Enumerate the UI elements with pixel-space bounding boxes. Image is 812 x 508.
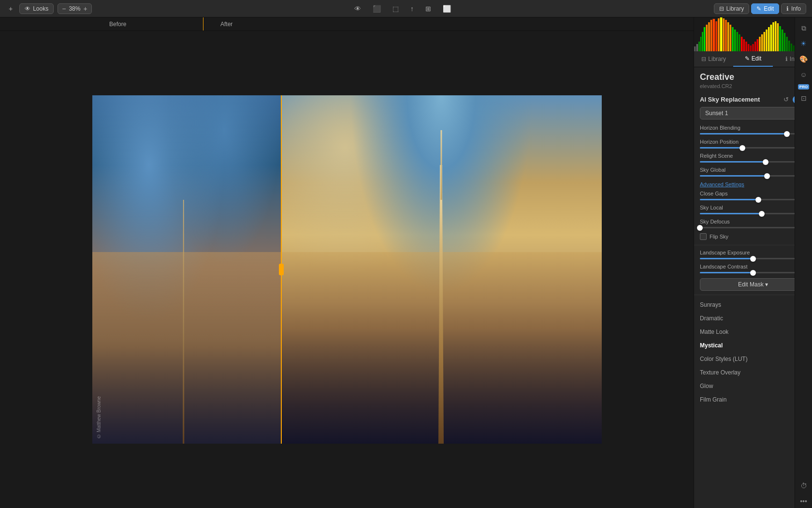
palette-strip-btn[interactable]: 🎨 bbox=[797, 52, 811, 66]
crop-button[interactable]: ⬚ bbox=[390, 3, 402, 15]
split-divider-bar bbox=[203, 17, 203, 30]
slider-thumb[interactable] bbox=[759, 211, 765, 217]
preview-button[interactable]: 👁 bbox=[351, 3, 364, 15]
after-image-content bbox=[281, 95, 602, 444]
looks-button[interactable]: 👁 Looks bbox=[19, 3, 54, 14]
svg-rect-16 bbox=[730, 25, 732, 51]
slider-thumb[interactable] bbox=[740, 145, 745, 151]
zoom-in-button[interactable]: + bbox=[82, 5, 88, 13]
svg-rect-7 bbox=[708, 22, 710, 51]
tab-info[interactable]: ℹ Info bbox=[781, 3, 806, 14]
svg-rect-35 bbox=[772, 22, 774, 51]
svg-rect-17 bbox=[732, 27, 734, 51]
svg-rect-9 bbox=[713, 19, 715, 51]
slider-fill bbox=[700, 258, 753, 259]
shortcut-button[interactable]: ⊞ bbox=[422, 3, 434, 15]
top-bar-left: + 👁 Looks − 38% + bbox=[6, 3, 92, 15]
svg-rect-38 bbox=[779, 26, 781, 51]
looks-icon: 👁 bbox=[25, 5, 30, 12]
split-handle[interactable] bbox=[279, 264, 284, 275]
svg-rect-31 bbox=[764, 32, 766, 51]
svg-rect-28 bbox=[757, 39, 759, 51]
export-button[interactable]: ↑ bbox=[407, 3, 417, 15]
svg-rect-24 bbox=[748, 44, 750, 51]
slider-thumb[interactable] bbox=[755, 197, 761, 203]
svg-rect-1 bbox=[696, 44, 698, 51]
copyright-text: © Matthew Browne bbox=[96, 396, 102, 439]
svg-rect-3 bbox=[700, 37, 701, 51]
creative-title: Creative bbox=[700, 72, 806, 82]
main-area: Before After © Matthew Browne bbox=[0, 17, 812, 508]
add-button[interactable]: + bbox=[6, 3, 15, 15]
canvas-area: Before After © Matthew Browne bbox=[0, 17, 694, 508]
face-strip-btn[interactable]: ☺ bbox=[797, 68, 811, 81]
slider-thumb[interactable] bbox=[750, 270, 756, 276]
slider-fill bbox=[700, 133, 787, 134]
pro-badge: PRO bbox=[798, 84, 809, 90]
svg-rect-25 bbox=[750, 45, 752, 51]
top-bar-center: 👁 ⬛ ⬚ ↑ ⊞ ⬜ bbox=[351, 3, 454, 15]
info-icon: ℹ bbox=[786, 5, 789, 12]
svg-rect-29 bbox=[759, 37, 761, 51]
flip-sky-checkbox[interactable] bbox=[700, 233, 707, 240]
edit-mask-button[interactable]: Edit Mask ▾ bbox=[700, 278, 806, 291]
library-tab-icon: ⊟ bbox=[701, 56, 706, 62]
svg-rect-8 bbox=[710, 20, 712, 51]
reset-button[interactable]: ↺ bbox=[783, 95, 790, 104]
slider-fill bbox=[700, 199, 758, 200]
slider-thumb[interactable] bbox=[697, 225, 703, 231]
zoom-value: 38% bbox=[69, 5, 80, 12]
library-icon: ⊟ bbox=[719, 5, 724, 12]
tab-right-edit[interactable]: ✎ Edit bbox=[733, 51, 772, 67]
zoom-out-button[interactable]: − bbox=[61, 5, 67, 13]
svg-rect-22 bbox=[743, 39, 745, 51]
svg-rect-18 bbox=[734, 30, 736, 51]
sliders-strip-btn[interactable]: ☀ bbox=[797, 37, 811, 50]
creative-filename: elevated.CR2 bbox=[700, 83, 806, 89]
slider-thumb[interactable] bbox=[750, 256, 756, 262]
tab-edit[interactable]: ✎ Edit bbox=[751, 3, 779, 14]
before-image: © Matthew Browne bbox=[92, 95, 281, 444]
slider-thumb[interactable] bbox=[784, 131, 790, 137]
svg-rect-36 bbox=[775, 21, 777, 51]
compare-button[interactable]: ⬛ bbox=[370, 3, 384, 15]
svg-rect-33 bbox=[768, 27, 770, 51]
top-bar: + 👁 Looks − 38% + 👁 ⬛ ⬚ ↑ ⊞ ⬜ ⊟ Library … bbox=[0, 0, 812, 17]
flip-sky-label: Flip Sky bbox=[710, 234, 728, 239]
edit-tab-icon: ✎ bbox=[745, 55, 750, 62]
svg-rect-15 bbox=[727, 22, 729, 51]
bag-strip-btn[interactable]: ⊡ bbox=[797, 91, 811, 105]
slider-thumb[interactable] bbox=[764, 173, 770, 179]
svg-rect-30 bbox=[761, 34, 763, 51]
after-image bbox=[281, 95, 602, 444]
right-panel: ⧉ ≡ ⊟ Library ✎ Edit ℹ Info Creative bbox=[694, 17, 812, 508]
history-strip-btn[interactable]: ⏱ bbox=[797, 479, 811, 493]
svg-rect-39 bbox=[782, 30, 783, 51]
svg-rect-20 bbox=[739, 34, 740, 51]
svg-rect-12 bbox=[720, 17, 723, 51]
frame-button[interactable]: ⬜ bbox=[440, 3, 454, 15]
svg-rect-14 bbox=[725, 20, 727, 51]
sky-preset-dropdown[interactable]: Sunset 1 ▾ bbox=[700, 107, 806, 120]
svg-rect-4 bbox=[702, 32, 703, 51]
more-strip-btn[interactable]: ••• bbox=[797, 494, 811, 508]
top-bar-right: ⊟ Library ✎ Edit ℹ Info bbox=[714, 3, 806, 14]
svg-rect-37 bbox=[777, 23, 779, 51]
svg-rect-19 bbox=[737, 32, 739, 51]
tab-right-library[interactable]: ⊟ Library bbox=[694, 51, 733, 67]
svg-rect-2 bbox=[698, 42, 699, 51]
layers-strip-btn[interactable]: ⧉ bbox=[797, 21, 811, 35]
sky-preset-label: Sunset 1 bbox=[705, 110, 728, 117]
slider-fill bbox=[700, 147, 742, 149]
slider-fill bbox=[700, 175, 767, 177]
svg-rect-26 bbox=[752, 44, 754, 51]
svg-rect-11 bbox=[718, 18, 720, 51]
svg-rect-40 bbox=[784, 33, 786, 51]
split-image: © Matthew Browne bbox=[92, 95, 602, 444]
slider-thumb[interactable] bbox=[763, 159, 768, 165]
svg-rect-10 bbox=[715, 21, 717, 51]
tab-library[interactable]: ⊟ Library bbox=[714, 3, 750, 14]
svg-rect-0 bbox=[694, 46, 696, 51]
image-container[interactable]: © Matthew Browne bbox=[0, 31, 694, 508]
pro-container: PRO bbox=[798, 83, 809, 90]
